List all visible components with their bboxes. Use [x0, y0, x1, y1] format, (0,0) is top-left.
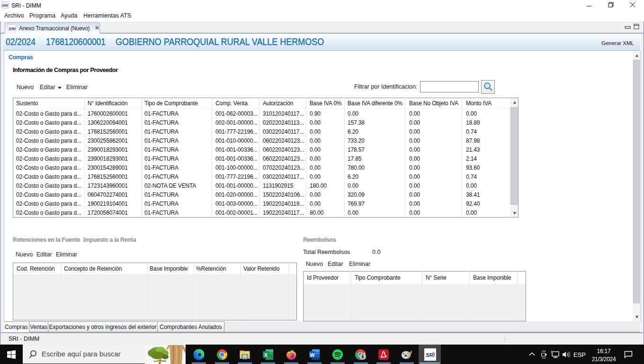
svg-text:X: X [264, 352, 268, 358]
svg-text:SRi: SRi [9, 27, 16, 31]
svg-text:SRi: SRi [2, 3, 9, 8]
svg-text:W: W [310, 352, 315, 358]
